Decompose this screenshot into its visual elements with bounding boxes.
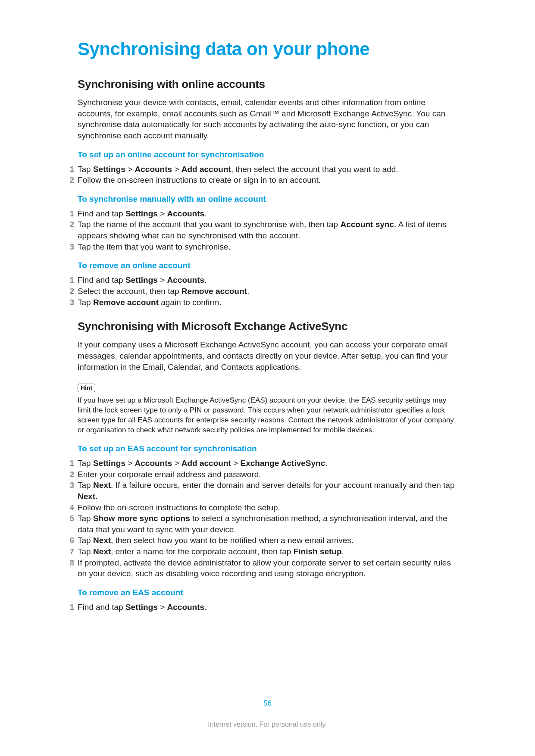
hint-badge: Hint — [78, 384, 95, 392]
procedure-title: To synchronise manually with an online a… — [78, 194, 457, 204]
page-number: 56 — [0, 699, 535, 708]
procedure-title: To remove an EAS account — [78, 588, 457, 597]
step-item: Find and tap Settings > Accounts. — [66, 602, 457, 613]
procedure-steps: Find and tap Settings > Accounts. Tap th… — [78, 208, 457, 253]
step-item: Tap the name of the account that you wan… — [66, 219, 457, 241]
step-item: Follow the on-screen instructions to com… — [66, 502, 457, 513]
document-page: Synchronising data on your phone Synchro… — [0, 0, 535, 756]
step-item: Tap Settings > Accounts > Add account, t… — [66, 164, 457, 175]
procedure-title: To remove an online account — [78, 261, 457, 270]
procedure-steps: Tap Settings > Accounts > Add account > … — [78, 458, 457, 579]
procedure-steps: Find and tap Settings > Accounts. — [78, 602, 457, 613]
step-item: Find and tap Settings > Accounts. — [66, 275, 457, 286]
step-item: Tap the item that you want to synchronis… — [66, 241, 457, 253]
footer-text: Internet version. For personal use only. — [0, 721, 535, 728]
step-item: Tap Next, then select how you want to be… — [66, 535, 457, 546]
step-item: Tap Settings > Accounts > Add account > … — [66, 458, 457, 469]
step-item: Select the account, then tap Remove acco… — [66, 286, 457, 297]
section-heading-online-accounts: Synchronising with online accounts — [78, 78, 457, 91]
procedure-steps: Tap Settings > Accounts > Add account, t… — [78, 164, 457, 186]
step-item: Tap Remove account again to confirm. — [66, 297, 457, 308]
procedure-title: To set up an online account for synchron… — [78, 150, 457, 159]
procedure-steps: Find and tap Settings > Accounts. Select… — [78, 275, 457, 308]
page-title: Synchronising data on your phone — [78, 39, 457, 59]
step-item: Enter your corporate email address and p… — [66, 469, 457, 480]
procedure-title: To set up an EAS account for synchronisa… — [78, 444, 457, 453]
step-item: Follow the on-screen instructions to cre… — [66, 175, 457, 186]
step-item: Tap Next. If a failure occurs, enter the… — [66, 480, 457, 502]
section-intro: If your company uses a Microsoft Exchang… — [78, 339, 457, 372]
step-item: Tap Show more sync options to select a s… — [66, 513, 457, 535]
step-item: Tap Next, enter a name for the corporate… — [66, 546, 457, 557]
section-intro: Synchronise your device with contacts, e… — [78, 97, 457, 141]
step-item: If prompted, activate the device adminis… — [66, 557, 457, 579]
step-item: Find and tap Settings > Accounts. — [66, 208, 457, 219]
hint-body: If you have set up a Microsoft Exchange … — [78, 396, 457, 435]
section-heading-eas: Synchronising with Microsoft Exchange Ac… — [78, 320, 457, 333]
